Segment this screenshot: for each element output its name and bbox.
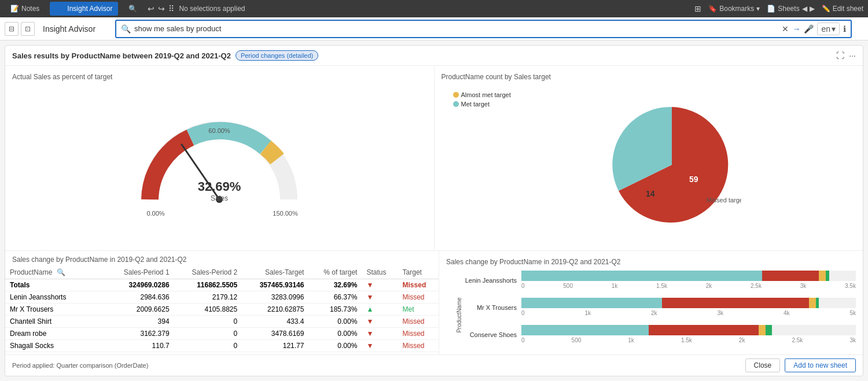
row-p1: 110.7 xyxy=(106,340,174,352)
tab-notes[interactable]: 📝 Notes xyxy=(5,2,45,15)
row-status: Missed xyxy=(398,340,439,352)
period-value: Quarter comparison (OrderDate) xyxy=(56,362,148,369)
row-arrow: ▼ xyxy=(362,291,398,304)
redo-icon[interactable]: ↪ xyxy=(158,4,165,13)
insight-card: Sales results by ProductName between 201… xyxy=(5,45,863,376)
add-to-sheet-button[interactable]: Add to new sheet xyxy=(785,358,856,372)
expand-icon[interactable]: ⛶ xyxy=(836,51,844,60)
sheets-prev[interactable]: ◀ xyxy=(802,5,807,13)
pie-legend: Almost met target Met target xyxy=(453,91,511,108)
bookmarks-chevron: ▾ xyxy=(756,5,760,13)
gauge-chart-section: Actual Sales as percent of target xyxy=(5,66,435,250)
row-p2: 4105.8825 xyxy=(174,304,242,316)
row-target: 433.4 xyxy=(242,316,308,328)
row-product: Shagall Socks xyxy=(5,340,106,352)
pie-title: ProductName count by Sales target xyxy=(442,73,856,81)
svg-text:60.00%: 60.00% xyxy=(209,127,231,134)
col-header-target2: Target xyxy=(398,266,439,279)
svg-text:32.69%: 32.69% xyxy=(198,179,241,194)
almost-met-label: Almost met target xyxy=(461,91,511,98)
bar-row-1: Lenin Jeansshorts 0500 xyxy=(458,271,856,290)
edit-sheet-label: Edit sheet xyxy=(833,5,863,13)
row-target: 121.77 xyxy=(242,340,308,352)
card-title: Sales results by ProductName between 201… xyxy=(12,51,231,60)
sheets-next[interactable]: ▶ xyxy=(810,5,815,13)
row-pct: 185.73% xyxy=(308,304,362,316)
bar-row-2: Mr X Trousers 01k2k3k4 xyxy=(458,298,856,317)
row-status: Met xyxy=(398,304,439,316)
col-header-p1: Sales-Period 1 xyxy=(106,266,174,279)
edit-sheet-button[interactable]: ✏️ Edit sheet xyxy=(822,5,863,13)
sheets-icon: 📄 xyxy=(767,5,775,13)
row-arrow: ▼ xyxy=(362,328,398,340)
row-status: Missed xyxy=(398,291,439,304)
notes-tab-label: Notes xyxy=(21,5,39,13)
sheets-button[interactable]: 📄 Sheets ◀ ▶ xyxy=(767,5,814,13)
table-title: Sales change by ProductName in 2019-Q2 a… xyxy=(5,251,439,266)
history-icons: ↩ ↪ ⠿ xyxy=(148,4,174,13)
totals-pct: 32.69% xyxy=(308,279,362,291)
row-arrow: ▼ xyxy=(362,316,398,328)
voice-input-icon[interactable]: 🎤 xyxy=(804,24,814,34)
totals-p1: 324969.0286 xyxy=(106,279,174,291)
svg-text:14: 14 xyxy=(646,189,655,198)
card-header: Sales results by ProductName between 201… xyxy=(5,46,863,66)
more-options-icon[interactable]: ··· xyxy=(849,51,856,60)
bar-row-3: Conserve Shoes 05001k1 xyxy=(458,325,856,344)
pie-legend-met: Met target xyxy=(453,101,511,108)
close-button[interactable]: Close xyxy=(745,358,781,372)
row-product: Chantell Shirt xyxy=(5,316,106,328)
search-tab-icon: 🔍 xyxy=(128,5,137,13)
period-badge[interactable]: Period changes (detailed) xyxy=(236,50,318,61)
bar-label-3: Conserve Shoes xyxy=(458,331,521,338)
table-row: Shagall Socks 110.7 0 121.77 0.00% ▼ Mis… xyxy=(5,340,439,352)
col-header-product: ProductName 🔍 xyxy=(5,266,106,279)
row-p1: 394 xyxy=(106,316,174,328)
row-arrow: ▲ xyxy=(362,304,398,316)
bookmarks-label: Bookmarks xyxy=(719,5,754,13)
more-icon[interactable]: ⠿ xyxy=(168,4,174,13)
bar-chart-title: Sales change by ProductName in 2019-Q2 a… xyxy=(446,258,856,266)
table-wrapper[interactable]: ProductName 🔍 Sales-Period 1 Sales-Perio… xyxy=(5,266,439,354)
layout-panels-icon[interactable]: ⊟ xyxy=(5,22,19,36)
row-product: Mr X Trousers xyxy=(5,304,106,316)
search-bar-icon: 🔍 xyxy=(121,24,131,34)
submit-search-icon[interactable]: → xyxy=(792,24,800,34)
table-search-icon[interactable]: 🔍 xyxy=(57,268,65,276)
col-header-status: Status xyxy=(362,266,398,279)
insight-advisor-tab-label: Insight Advisor xyxy=(67,5,112,13)
row-product: Dream robe xyxy=(5,328,106,340)
pie-svg: 59 14 Missed target xyxy=(556,95,741,234)
language-selector[interactable]: en ▾ xyxy=(817,23,840,35)
charts-row: Actual Sales as percent of target xyxy=(5,66,863,251)
grid-icon[interactable]: ⊞ xyxy=(694,4,701,13)
row-target: 3478.6169 xyxy=(242,328,308,340)
search-input[interactable] xyxy=(134,24,782,33)
almost-met-dot xyxy=(453,92,459,98)
pie-legend-almost: Almost met target xyxy=(453,91,511,98)
layout-single-icon[interactable]: ⊡ xyxy=(21,22,35,36)
totals-target: 357465.93146 xyxy=(242,279,308,291)
search-actions: ✕ → 🎤 en ▾ ℹ xyxy=(782,23,846,35)
search-tab[interactable]: 🔍 xyxy=(123,2,143,15)
col-header-target: Sales-Target xyxy=(242,266,308,279)
search-bar: 🔍 ✕ → 🎤 en ▾ ℹ xyxy=(115,20,852,38)
gauge-title: Actual Sales as percent of target xyxy=(12,73,427,81)
info-icon[interactable]: ℹ xyxy=(843,24,846,34)
row-p2: 0 xyxy=(174,328,242,340)
svg-text:Missed target: Missed target xyxy=(707,197,741,204)
main-content-area: Sales results by ProductName between 201… xyxy=(0,40,868,381)
clear-search-icon[interactable]: ✕ xyxy=(782,24,789,34)
row-status: Missed xyxy=(398,316,439,328)
table-row-totals: Totals 324969.0286 116862.5505 357465.93… xyxy=(5,279,439,291)
notes-icon: 📝 xyxy=(10,5,19,13)
bookmarks-button[interactable]: 🔖 Bookmarks ▾ xyxy=(708,5,760,13)
totals-status: Missed xyxy=(398,279,439,291)
row-p1: 3162.379 xyxy=(106,328,174,340)
undo-icon[interactable]: ↩ xyxy=(148,4,155,13)
page-title: Insight Advisor xyxy=(38,24,100,34)
tab-insight-advisor[interactable]: Insight Advisor xyxy=(50,2,118,16)
period-label: Period applied: xyxy=(12,362,54,369)
bookmarks-icon: 🔖 xyxy=(708,5,717,13)
bar-label-1: Lenin Jeansshorts xyxy=(458,277,521,284)
